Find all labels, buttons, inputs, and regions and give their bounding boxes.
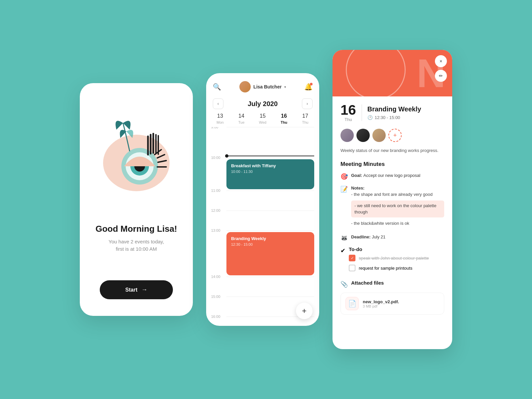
note-3: - the black&white version is ok: [351, 220, 444, 227]
todo-content: To-do ✓ speak with John about colour pal…: [349, 246, 444, 275]
file-icon: 📄: [345, 297, 359, 310]
clock-icon: 🕐: [367, 115, 373, 120]
next-month-button[interactable]: ›: [302, 98, 313, 109]
time-slot-16: 16:00: [211, 317, 314, 326]
file-name: new_logo_v2.pdf.: [363, 299, 399, 304]
checkbox-2[interactable]: [349, 265, 355, 271]
time-slot-13: 13:00 Branding Weekly 12:30 - 15:00: [211, 230, 314, 277]
start-arrow-icon: →: [141, 286, 147, 293]
deadline-icon: 🦝: [340, 234, 348, 242]
todo-icon: ✔: [340, 247, 345, 254]
edit-icon: ✏: [439, 73, 443, 78]
goal-icon: 🎯: [340, 173, 348, 180]
attendee-2-avatar: [356, 129, 370, 142]
day-16-active[interactable]: 16 Thu: [276, 113, 292, 124]
time-slot-9: 9:00: [211, 127, 314, 147]
calendar-screen: 🔍 Lisa Butcher ▾ 🔔 ‹ July 2020 › 13 Mo: [206, 73, 319, 326]
event-day-name: Thu: [340, 117, 356, 122]
month-title: July 2020: [248, 100, 278, 108]
close-icon: ×: [440, 59, 442, 64]
edit-button[interactable]: ✏: [435, 70, 447, 82]
header-circle-decoration: [346, 50, 406, 96]
checkbox-1[interactable]: ✓: [349, 255, 355, 261]
morning-text: Good Morning Lisa! You have 2 events tod…: [95, 224, 177, 253]
attached-header: 📎 Attached files: [340, 280, 444, 288]
attendee-3-avatar: [372, 129, 386, 142]
time-slot-14: 14:00: [211, 277, 314, 297]
todo-2: request for sample printouts: [349, 265, 444, 271]
todo-1: ✓ speak with John about colour palette: [349, 255, 444, 261]
meeting-minutes-title: Meeting Minutes: [340, 161, 444, 168]
attendees-row: +: [340, 129, 444, 142]
goal-text: Goal: Accept our new logo proposal: [351, 172, 420, 179]
event-info: Branding Weekly 🕐 12:30 - 15:00: [367, 105, 444, 120]
dropdown-icon: ▾: [284, 85, 286, 89]
morning-subtitle: You have 2 events today,first is at 10:0…: [95, 238, 177, 253]
start-label: Start: [125, 287, 137, 293]
user-avatar: [239, 81, 251, 92]
search-button[interactable]: 🔍: [213, 83, 221, 91]
time-slot-10: 10:00 Breakfast with Tiffany 10:00 - 11:…: [211, 158, 314, 191]
event-time-row: 🕐 12:30 - 15:00: [367, 115, 444, 120]
detail-screen: N × ✏ 16 Thu Branding Weekly 🕐: [332, 50, 452, 349]
add-event-button[interactable]: +: [296, 303, 313, 319]
notifications-button[interactable]: 🔔: [304, 83, 313, 91]
attached-label: Attached files: [351, 280, 384, 286]
notes-icon: 📝: [340, 186, 348, 193]
day-15[interactable]: 15 Wed: [255, 113, 271, 124]
day-14[interactable]: 14 Tue: [233, 113, 249, 124]
event-breakfast[interactable]: Breakfast with Tiffany 10:00 - 11:30: [226, 159, 314, 189]
file-info: new_logo_v2.pdf. 3 MB pdf: [363, 299, 399, 308]
detail-header: N × ✏: [332, 50, 452, 96]
event-meta: 16 Thu Branding Weekly 🕐 12:30 - 15:00: [340, 103, 444, 122]
attached-files-section: 📎 Attached files 📄 new_logo_v2.pdf. 3 MB…: [340, 280, 444, 315]
notes-item: 📝 Notes: - the shape and font are alread…: [340, 185, 444, 229]
file-size: 3 MB pdf: [363, 304, 399, 308]
month-nav: ‹ July 2020 ›: [206, 96, 319, 113]
search-icon: 🔍: [213, 83, 221, 90]
calendar-body: 9:00 10:00 Break: [206, 127, 319, 326]
add-attendee-button[interactable]: +: [388, 129, 402, 142]
days-row: 13 Mon 14 Tue 15 Wed 16 Thu 17 Thu: [206, 113, 319, 127]
todo-title: To-do: [349, 246, 444, 252]
attendee-1-avatar: [340, 129, 354, 142]
time-slot-12: 12:00: [211, 210, 314, 230]
note-1: - the shape and font are already very go…: [351, 191, 444, 198]
prev-month-button[interactable]: ‹: [213, 98, 223, 109]
event-meta-divider: [361, 104, 362, 121]
attach-icon: 📎: [340, 281, 348, 288]
day-17[interactable]: 17 Thu: [297, 113, 313, 124]
note-2: - we still need to work on the colour pa…: [351, 200, 444, 217]
deadline-item: 🦝 Deadline: July 21: [340, 234, 444, 242]
close-button[interactable]: ×: [435, 55, 447, 67]
event-date-block: 16 Thu: [340, 103, 356, 122]
calendar-header: 🔍 Lisa Butcher ▾ 🔔: [206, 73, 319, 96]
notes-content: Notes: - the shape and font are already …: [351, 185, 444, 229]
event-description: Weekly status of our new branding works …: [340, 147, 444, 154]
deadline-text: Deadline: July 21: [351, 234, 385, 240]
event-name: Branding Weekly: [367, 105, 444, 113]
current-time-indicator: [211, 147, 314, 158]
user-profile[interactable]: Lisa Butcher ▾: [239, 81, 286, 92]
notif-dot: [310, 83, 313, 85]
event-time: 12:30 - 15:00: [375, 115, 400, 120]
user-name: Lisa Butcher: [253, 84, 282, 89]
time-slot-11: 11:00: [211, 191, 314, 210]
event-branding[interactable]: Branding Weekly 12:30 - 15:00: [226, 232, 314, 275]
day-13[interactable]: 13 Mon: [212, 113, 228, 124]
goal-item: 🎯 Goal: Accept our new logo proposal: [340, 172, 444, 180]
screens-container: Good Morning Lisa! You have 2 events tod…: [80, 50, 452, 349]
todo-section: ✔ To-do ✓ speak with John about colour p…: [340, 246, 444, 275]
event-day-number: 16: [340, 103, 356, 117]
morning-illustration: [96, 96, 176, 196]
morning-screen: Good Morning Lisa! You have 2 events tod…: [80, 83, 193, 316]
morning-title: Good Morning Lisa!: [95, 224, 177, 234]
detail-content: 16 Thu Branding Weekly 🕐 12:30 - 15:00 +: [332, 96, 452, 349]
start-button[interactable]: Start →: [100, 280, 173, 299]
file-card[interactable]: 📄 new_logo_v2.pdf. 3 MB pdf: [340, 293, 444, 315]
